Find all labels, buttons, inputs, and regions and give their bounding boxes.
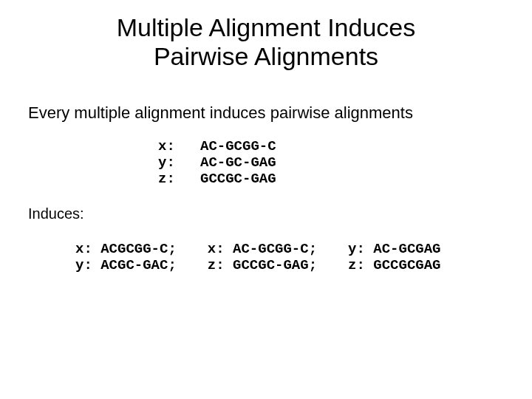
pairwise-xz: x: AC-GCGG-C; z: GCCGC-GAG; — [208, 242, 317, 274]
slide-title: Multiple Alignment Induces Pairwise Alig… — [0, 0, 532, 71]
multiple-alignment-block: x: AC-GCGG-C y: AC-GC-GAG z: GCCGC-GAG — [0, 123, 532, 188]
msa-row-y: y: AC-GC-GAG — [158, 154, 276, 171]
msa-row-z: z: GCCGC-GAG — [158, 171, 276, 187]
slide: Multiple Alignment Induces Pairwise Alig… — [0, 0, 532, 399]
msa-row-x: x: AC-GCGG-C — [158, 138, 276, 154]
subtitle-text: Every multiple alignment induces pairwis… — [0, 71, 532, 123]
title-line-2: Pairwise Alignments — [154, 42, 378, 70]
title-line-1: Multiple Alignment Induces — [117, 13, 415, 41]
pairwise-xy: x: ACGCGG-C; y: ACGC-GAC; — [75, 242, 177, 274]
pairwise-alignments-row: x: ACGCGG-C; y: ACGC-GAC; x: AC-GCGG-C; … — [0, 222, 532, 274]
pairwise-yz: y: AC-GCGAG z: GCCGCGAG — [348, 242, 440, 274]
induces-label: Induces: — [0, 188, 532, 222]
